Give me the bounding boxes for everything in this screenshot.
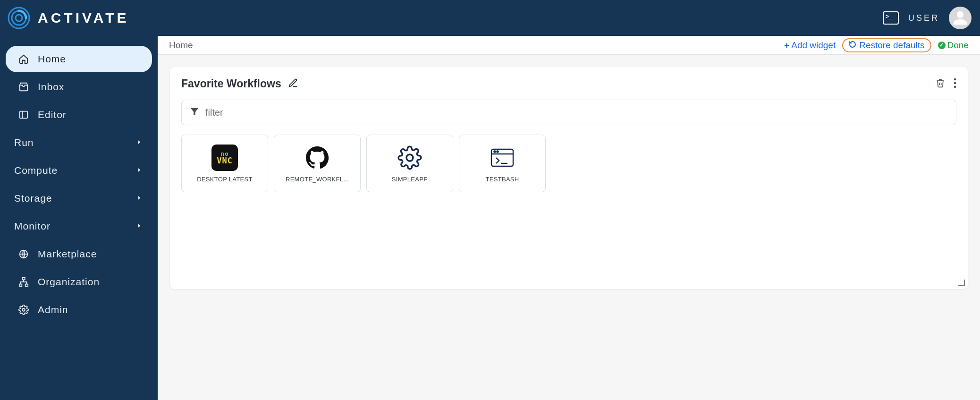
card-header-actions [936,78,956,90]
undo-icon [849,41,856,50]
sidebar-item-label: Inbox [38,81,64,93]
svg-point-17 [497,151,498,152]
novnc-icon: noVNC [211,145,238,171]
home-icon [18,54,29,64]
workflow-tiles: noVNC DESKTOP LATEST REMOTE_WORKFL... SI… [181,135,956,192]
sidebar-item-label: Compute [14,165,127,176]
svg-rect-3 [20,111,28,119]
sidebar-item-marketplace[interactable]: Marketplace [6,241,152,267]
edit-icon[interactable] [288,78,298,90]
brand-text: ACTIVATE [38,10,129,26]
check-circle-icon: ✓ [938,42,946,49]
svg-point-16 [494,151,495,152]
sidebar-item-label: Organization [38,276,100,288]
svg-rect-7 [19,284,22,287]
sidebar-group-storage[interactable]: Storage [6,185,152,212]
sidebar-item-inbox[interactable]: Inbox [6,74,152,100]
sidebar-item-organization[interactable]: Organization [6,269,152,295]
logo-icon [7,6,31,30]
breadcrumb-actions: + Add widget Restore defaults ✓ Done [784,38,969,52]
card-title: Favorite Workflows [181,77,281,90]
topbar-right: >_ USER [883,7,972,29]
main: Home + Add widget Restore defaults ✓ Don… [158,36,980,400]
svg-point-9 [22,308,25,311]
sidebar-item-label: Marketplace [38,248,97,260]
tile-label: DESKTOP LATEST [197,176,253,183]
workflow-tile-simpleapp[interactable]: SIMPLEAPP [366,135,453,192]
user-label: USER [908,13,939,23]
add-widget-label: Add widget [791,40,836,51]
svg-point-10 [954,78,956,80]
sidebar-item-label: Admin [38,304,68,315]
sidebar-item-label: Monitor [14,221,127,232]
svg-point-11 [954,82,956,84]
svg-rect-8 [25,284,28,287]
filter-icon [189,106,200,119]
sidebar-item-label: Home [38,53,66,65]
breadcrumb-bar: Home + Add widget Restore defaults ✓ Don… [158,36,980,55]
gear-icon [18,305,29,315]
tile-label: REMOTE_WORKFL... [286,176,349,183]
panel-left-icon [18,110,29,120]
terminal-icon[interactable]: >_ [883,11,899,25]
chevron-right-icon [136,221,143,231]
brand-logo [7,6,31,30]
sitemap-icon [18,277,29,287]
github-icon [304,145,330,171]
sidebar-group-compute[interactable]: Compute [6,157,152,184]
workflow-tile-remote-workflow[interactable]: REMOTE_WORKFL... [274,135,361,192]
globe-icon [18,249,29,259]
restore-defaults-link[interactable]: Restore defaults [842,38,931,52]
sidebar: Home Inbox Editor Run Compute Storage Mo… [0,36,158,400]
inbox-icon [18,82,29,92]
done-link[interactable]: ✓ Done [938,40,969,51]
chevron-right-icon [136,194,143,204]
done-label: Done [947,40,969,51]
terminal-window-icon [489,145,515,171]
tile-label: TESTBASH [485,176,519,183]
brand: ACTIVATE [7,6,129,30]
chevron-right-icon [136,166,143,176]
sidebar-item-admin[interactable]: Admin [6,297,152,323]
svg-point-13 [406,154,413,161]
sidebar-group-run[interactable]: Run [6,129,152,156]
svg-rect-6 [22,278,25,280]
favorite-workflows-card: Favorite Workflows [170,67,968,289]
filter-input[interactable] [205,107,948,118]
sidebar-item-editor[interactable]: Editor [6,102,152,128]
card-header: Favorite Workflows [181,77,956,90]
avatar[interactable] [949,7,972,29]
card-area: Favorite Workflows [158,55,980,400]
sidebar-item-label: Run [14,137,127,148]
workflow-tile-desktop-latest[interactable]: noVNC DESKTOP LATEST [181,135,268,192]
plus-icon: + [784,40,789,51]
svg-point-12 [954,85,956,87]
add-widget-link[interactable]: + Add widget [784,40,836,51]
restore-defaults-label: Restore defaults [859,40,924,51]
sidebar-item-label: Editor [38,109,67,120]
tile-label: SIMPLEAPP [392,176,428,183]
chevron-right-icon [136,138,143,148]
resize-handle[interactable] [958,280,965,286]
trash-icon[interactable] [936,78,945,90]
kebab-menu-icon[interactable] [954,78,956,90]
sidebar-item-home[interactable]: Home [6,46,152,72]
sidebar-item-label: Storage [14,193,127,204]
sidebar-group-monitor[interactable]: Monitor [6,213,152,239]
workflow-tile-testbash[interactable]: TESTBASH [459,135,546,192]
svg-point-2 [16,15,22,21]
topbar: ACTIVATE >_ USER [0,0,980,36]
gear-icon [397,145,423,171]
breadcrumb-title: Home [169,40,193,51]
filter-row[interactable] [181,100,956,125]
